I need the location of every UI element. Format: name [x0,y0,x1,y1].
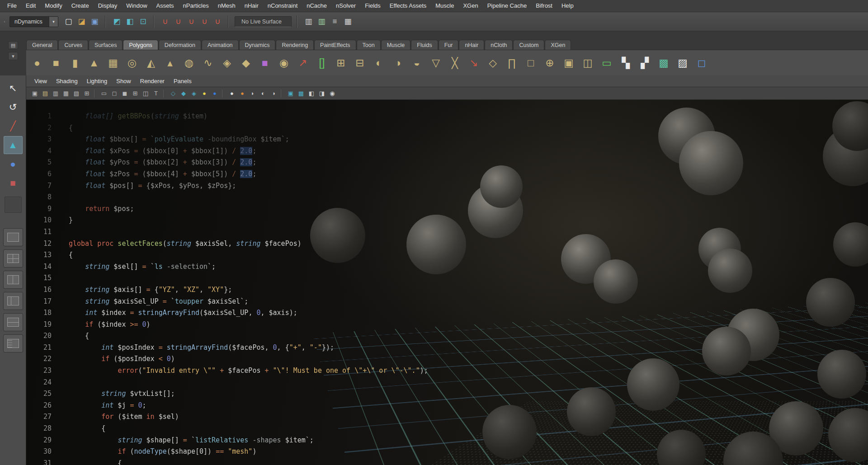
shelf-tab-fluids[interactable]: Fluids [411,40,438,50]
shelf-tab-general[interactable]: General [26,40,58,50]
safe-title-icon[interactable]: T [151,89,161,99]
2d-pan-zoom-icon[interactable]: ⊞ [82,89,92,99]
layout-two-panes-side[interactable] [3,271,23,289]
menu-set-dropdown[interactable]: nDynamics ▾ [9,16,58,27]
screen-ao-icon[interactable]: ◐ [258,89,268,99]
bookmark-icon[interactable]: ▦ [61,89,71,99]
menu-bifrost[interactable]: Bifrost [531,0,557,12]
menu-create[interactable]: Create [67,0,94,12]
statusline-collapse-handle[interactable]: ‹ [2,14,7,29]
snap-view-plane-icon[interactable]: ∪ [211,15,224,28]
menu-file[interactable]: File [3,0,21,12]
sphere-white-icon[interactable]: ● [227,89,237,99]
select-component-icon[interactable]: ⊡ [137,15,150,28]
select-tool[interactable]: ↖ [4,79,23,97]
gate-mask-icon[interactable]: ◼ [120,89,130,99]
shelf-tab-nhair[interactable]: nHair [459,40,484,50]
panel-menu-renderer[interactable]: Renderer [136,78,169,85]
separate-icon[interactable]: ⊟ [351,53,369,72]
save-scene-icon[interactable]: ▣ [88,15,101,28]
textured-icon[interactable]: ◈ [189,89,199,99]
use-lights-icon[interactable]: ● [199,89,209,99]
shelf-toggle-button[interactable]: ▾ [8,52,18,60]
exposure-icon[interactable]: ◧ [307,89,316,99]
menu-ncache[interactable]: nCache [302,0,331,12]
rotate-tool[interactable]: ● [4,155,23,173]
shelf-tab-muscle[interactable]: Muscle [381,40,411,50]
menu-effects-assets[interactable]: Effects Assets [385,0,431,12]
boolean-difference-icon[interactable]: ◑ [389,53,407,72]
snap-point-icon[interactable]: ∪ [185,15,198,28]
paint-select-tool[interactable]: ╱ [4,117,23,135]
append-polygon-icon[interactable]: ⊕ [541,53,559,72]
menu-window[interactable]: Window [122,0,151,12]
shelf-tab-deformation[interactable]: Deformation [159,40,201,50]
poke-face-icon[interactable]: ▣ [560,53,578,72]
xray-icon[interactable]: ▩ [296,89,306,99]
menu-display[interactable]: Display [94,0,122,12]
shelf-tab-rendering[interactable]: Rendering [276,40,314,50]
uv-grid-icon[interactable]: ▩ [655,53,673,72]
hypershade-icon[interactable]: ▦ [341,15,354,28]
move-tool[interactable]: ▲ [4,136,23,154]
contrast-icon[interactable]: ◨ [317,89,327,99]
boolean-union-icon[interactable]: ◐ [370,53,388,72]
camera-attributes-icon[interactable]: ▥ [51,89,61,99]
poly-soccer-ball-icon[interactable]: ◈ [218,53,236,72]
shadows-icon[interactable]: ● [210,89,220,99]
menu-fields[interactable]: Fields [360,0,385,12]
shelf-tab-surfaces[interactable]: Surfaces [89,40,123,50]
shelf-tab-fur[interactable]: Fur [439,40,459,50]
render-current-frame-icon[interactable]: ▥ [302,15,315,28]
poly-cone-icon[interactable]: ▲ [85,53,103,72]
menu-pipeline-cache[interactable]: Pipeline Cache [483,0,531,12]
render-settings-icon[interactable]: ≡ [328,15,341,28]
multi-cut-icon[interactable]: [] [313,53,331,72]
ipr-render-icon[interactable]: ▥ [315,15,328,28]
layout-persp-outliner[interactable] [3,292,23,310]
chevron-down-icon[interactable]: ▾ [49,16,58,27]
wireframe-icon[interactable]: ◇ [168,89,178,99]
lock-camera-icon[interactable]: ▤ [40,89,50,99]
menu-edit[interactable]: Edit [21,0,40,12]
layout-persp-graph[interactable] [3,313,23,331]
reduce-icon[interactable]: ▽ [427,53,445,72]
menu-modify[interactable]: Modify [40,0,66,12]
field-chart-icon[interactable]: ⊞ [130,89,140,99]
shelf-tab-ncloth[interactable]: nCloth [485,40,513,50]
mirror-geometry-icon[interactable]: ◫ [579,53,597,72]
menu-nhair[interactable]: nHair [240,0,263,12]
menu-nmesh[interactable]: nMesh [213,0,240,12]
shelf-tab-polygons[interactable]: Polygons [123,40,158,50]
menu-nparticles[interactable]: nParticles [179,0,213,12]
extrude-edge-icon[interactable]: ↘ [465,53,483,72]
shaded-icon[interactable]: ◆ [179,89,189,99]
shelf-tab-painteffects[interactable]: PaintEffects [314,40,356,50]
layout-four-panes[interactable] [3,249,23,268]
poly-type-icon[interactable]: ■ [256,53,274,72]
isolate-select-icon[interactable]: ▣ [286,89,296,99]
poly-torus-icon[interactable]: ◎ [123,53,141,72]
bevel-icon[interactable]: ◇ [484,53,502,72]
lasso-tool[interactable]: ↺ [4,98,23,116]
snap-projected-center-icon[interactable]: ∪ [198,15,211,28]
select-object-icon[interactable]: ◧ [123,15,137,28]
half-sphere-icon[interactable]: ◗ [248,89,258,99]
scale-tool[interactable]: ■ [4,174,23,192]
poly-sphere-icon[interactable]: ● [28,53,46,72]
panel-menu-view[interactable]: View [30,78,52,85]
shelf-menu-button[interactable]: ▤ [8,41,18,49]
poly-pipe-icon[interactable]: ◍ [180,53,198,72]
extrude-icon[interactable]: ↗ [294,53,312,72]
uv-checker-b-icon[interactable]: ▞ [636,53,654,72]
layout-single-pane[interactable] [3,228,23,246]
viewport[interactable]: 1 float[] getBBPos(string $item)2{3 floa… [26,100,868,465]
poly-plane-icon[interactable]: ▦ [104,53,122,72]
snap-curve-icon[interactable]: ∪ [172,15,185,28]
poly-prism-icon[interactable]: ◭ [142,53,160,72]
poly-cube-icon[interactable]: ■ [47,53,65,72]
poly-cylinder-icon[interactable]: ▮ [66,53,84,72]
shelf-tab-toon[interactable]: Toon [357,40,381,50]
menu-muscle[interactable]: Muscle [431,0,458,12]
sphere-orange-icon[interactable]: ● [237,89,247,99]
